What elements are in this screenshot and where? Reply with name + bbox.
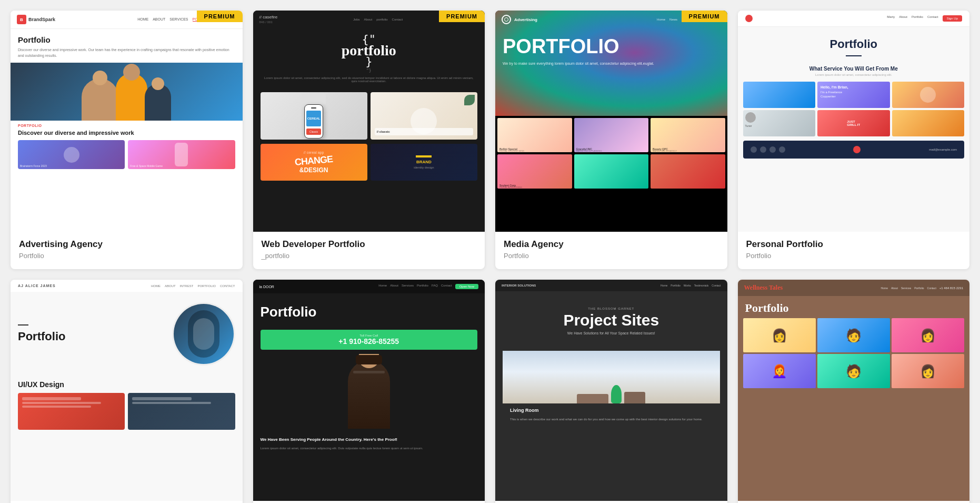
card-web-developer[interactable]: PREMIUM // casefire846 / 003 Jobs About …: [253, 11, 485, 269]
card-info: Web Developer Portfolio _portfolio: [253, 232, 485, 269]
grid-item: Graceful INC MARKETING & PLANNING: [574, 118, 649, 152]
preview-thumbs: Brainstorm Force 2023 Free & Space Mobil…: [11, 140, 243, 174]
service-sub: Lorem ipsum dolor sit amet, consectetur …: [738, 73, 970, 76]
small-label: THE BLOSSOM GARNET: [503, 307, 720, 310]
nav-link: Home: [661, 284, 667, 287]
face-icon: 👩‍🦰: [743, 354, 816, 388]
card-info: Project Sites Portfolio: [495, 501, 727, 503]
social-icon: [760, 146, 766, 153]
body-text: Lorem ipsum dolor sit amet, consectetur …: [253, 446, 485, 451]
hero-circle: [172, 302, 235, 366]
nav-link: portfolio: [376, 18, 387, 21]
service-title: What Service You Will Get From Me: [738, 66, 970, 72]
card-subtitle: _portfolio: [262, 252, 477, 260]
card-media-agency[interactable]: PREMIUM Advertising Home News About: [495, 11, 727, 269]
card-title: Media Agency: [504, 239, 719, 250]
preview-hero: Portfolio: [11, 292, 243, 376]
logo-text: Wellness Tales: [744, 284, 783, 292]
nav-link: Testimonials: [694, 284, 709, 287]
preview-image-area: [11, 63, 243, 121]
card-info: Advertising Agency Portfolio: [11, 232, 243, 269]
grid-sublabel: MARKETING STRATEGY: [653, 150, 677, 152]
card-title: Advertising Agency: [19, 239, 234, 250]
hero-title: Portfolio: [18, 35, 235, 44]
preview-nav: Home About Services Portfolio Contact +1…: [881, 287, 963, 290]
nav-link: Portfolio: [912, 15, 923, 22]
premium-badge: PREMIUM: [197, 11, 243, 22]
room-image: [503, 351, 720, 403]
preview-hero: Portfolio: [253, 293, 485, 326]
card-preview: Marty About Portfolio Contact Sign Up Po…: [738, 11, 970, 232]
hero-subtitle: Lorem ipsum dolor sit amet, consectetur …: [264, 76, 475, 83]
preview-navbar: Wellness Tales Home About Services Portf…: [738, 280, 970, 296]
card-advertising-agency[interactable]: PREMIUM B BrandSpark HOME ABOUT SERVICES…: [11, 11, 243, 269]
thumb-label: Free & Space Mobile Game: [130, 164, 163, 167]
card-preview: Wellness Tales Home About Services Portf…: [738, 280, 970, 501]
preview-hero: Portfolio: [738, 27, 970, 66]
nav-link: Home: [378, 284, 387, 289]
hero-title: Portfolio: [745, 37, 963, 51]
preview-hero: Portfolio Discover our diverse and impre…: [11, 29, 243, 63]
nav-link: About: [899, 15, 907, 22]
nav-link: CONTACT: [220, 284, 235, 288]
nav-link: About: [390, 284, 398, 289]
grid-item: Beauty QPC MARKETING STRATEGY: [651, 118, 725, 152]
card-wellness-portfolio[interactable]: Wellness Tales Home About Services Portf…: [738, 280, 970, 503]
nav-link: Contact: [392, 18, 403, 21]
logo-dot: [745, 15, 753, 22]
card-info: Portfolio _portfolio: [253, 501, 485, 503]
logo-icon-inner: [504, 17, 508, 22]
nav-link: Marty: [887, 15, 895, 22]
big-title: Project Sites: [503, 312, 720, 328]
we-have-text: We Have Been Serving People Around the C…: [253, 433, 485, 446]
thumb-1: Brainstorm Force 2023: [18, 140, 125, 169]
template-grid: PREMIUM B BrandSpark HOME ABOUT SERVICES…: [11, 11, 969, 503]
hero-subtitle: We Have Solutions for All Your Space Rel…: [503, 331, 720, 335]
image-3: // cereal app CHANGE &DESIGN: [261, 144, 367, 181]
nav-link: HOME: [151, 284, 161, 288]
hero-text: Portfolio: [18, 324, 167, 343]
photo: 🧑: [817, 318, 890, 352]
thumb: [892, 82, 965, 108]
logo-text: INTERIOR SOLUTIONS: [502, 284, 536, 287]
card-info: Portfolio Portfolio: [738, 501, 970, 503]
nav-link: HOME: [137, 17, 148, 22]
thumb-2: Free & Space Mobile Game: [128, 140, 235, 169]
preview-hero: Advertising Home News About Portfolio Co…: [495, 11, 727, 116]
nav-btn: Open Now: [455, 284, 478, 289]
nav-link: About: [364, 18, 373, 21]
grid-item: Bellini Special DIGITAL CONTENT WINS: [497, 118, 572, 152]
photo: 👩: [892, 318, 964, 352]
logo-text: Advertising: [514, 17, 537, 22]
preview-images-row1: CEREAL Classic // classic: [253, 88, 485, 144]
card-subtitle: Portfolio: [19, 252, 234, 260]
card-la-door[interactable]: la DOOR Home About Services Portfolio FA…: [253, 280, 485, 503]
card-info: Personal Portfolio Portfolio: [738, 232, 970, 269]
phone-number: +1 910-826-85255: [268, 337, 471, 346]
face-icon: 🧑: [817, 354, 890, 388]
image-2: // classic: [371, 92, 477, 140]
logo-text: BrandSpark: [28, 17, 55, 22]
preview-nav: HOME ABOUT INTREST PORTFOLIO CONTACT: [151, 284, 235, 288]
logo-text: // casefire846 / 003: [259, 15, 278, 24]
curly-close: }: [264, 56, 475, 67]
hero-subtitle: We try to make sure everything lorem ips…: [503, 61, 720, 66]
portfolio-label: PORTFOLIO: [11, 121, 243, 130]
card-preview: B BrandSpark HOME ABOUT SERVICES PORTFOL…: [11, 11, 243, 232]
social-icon: [769, 146, 776, 153]
thumb: JUSTGRILL IT: [817, 110, 890, 136]
nav-link: Contact: [712, 284, 721, 287]
nav-link: Jobs: [353, 18, 360, 21]
card-ux-design[interactable]: AJ ALICE JAMES HOME ABOUT INTREST PORTFO…: [11, 280, 243, 503]
card-info: Media Agency Portfolio: [495, 232, 727, 269]
preview-nav: Jobs About portfolio Contact: [353, 18, 403, 21]
nav-link: Services: [901, 287, 911, 290]
card-preview: Advertising Home News About Portfolio Co…: [495, 11, 727, 232]
gallery-grid: 👩 🧑 👩 👩‍🦰 🧑 👩: [738, 318, 970, 388]
nav-link: News: [669, 18, 677, 21]
nav-link: Portfolio: [417, 284, 428, 289]
card-project-sites[interactable]: INTERIOR SOLUTIONS Home Portfolio Works …: [495, 280, 727, 503]
grid-item: Soylent Corp DIGITAL ADVERTISING: [497, 154, 572, 189]
hero-line: [18, 324, 28, 326]
card-personal-portfolio[interactable]: Marty About Portfolio Contact Sign Up Po…: [738, 11, 970, 269]
